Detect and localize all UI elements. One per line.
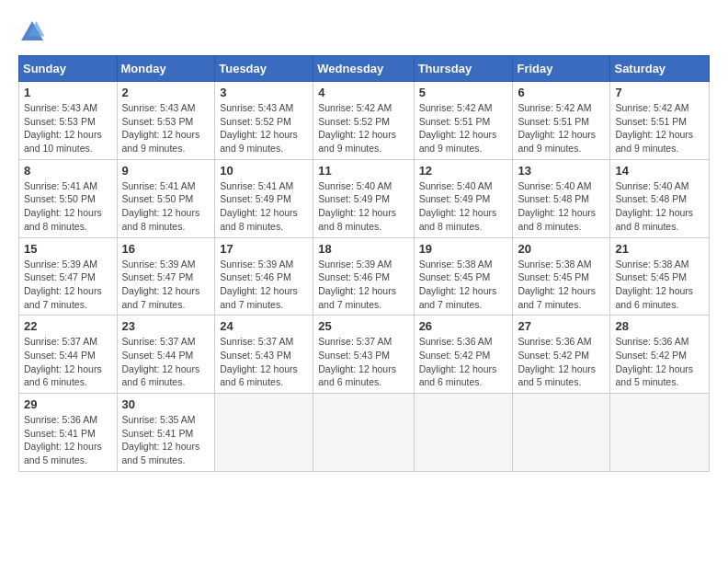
day-cell: 19 Sunrise: 5:38 AM Sunset: 5:45 PM Dayl… [414, 237, 513, 316]
day-info: Sunrise: 5:42 AM Sunset: 5:51 PM Dayligh… [615, 101, 704, 155]
day-cell: 18 Sunrise: 5:39 AM Sunset: 5:46 PM Dayl… [313, 237, 414, 316]
day-number: 8 [24, 164, 112, 178]
week-row-1: 1 Sunrise: 5:43 AM Sunset: 5:53 PM Dayli… [19, 82, 710, 160]
day-cell [610, 394, 710, 472]
day-number: 26 [419, 319, 508, 333]
day-cell: 4 Sunrise: 5:42 AM Sunset: 5:52 PM Dayli… [313, 82, 414, 160]
day-cell: 6 Sunrise: 5:42 AM Sunset: 5:51 PM Dayli… [513, 82, 610, 160]
day-header-sunday: Sunday [19, 56, 118, 82]
week-row-2: 8 Sunrise: 5:41 AM Sunset: 5:50 PM Dayli… [19, 159, 710, 237]
day-cell: 28 Sunrise: 5:36 AM Sunset: 5:42 PM Dayl… [610, 316, 710, 394]
day-cell: 3 Sunrise: 5:43 AM Sunset: 5:52 PM Dayli… [215, 82, 313, 160]
day-info: Sunrise: 5:42 AM Sunset: 5:51 PM Dayligh… [419, 101, 508, 155]
day-info: Sunrise: 5:41 AM Sunset: 5:49 PM Dayligh… [220, 179, 308, 234]
day-info: Sunrise: 5:39 AM Sunset: 5:47 PM Dayligh… [24, 258, 112, 312]
day-number: 22 [24, 319, 112, 333]
day-number: 27 [518, 319, 605, 333]
day-header-thursday: Thursday [414, 56, 513, 82]
day-cell [313, 394, 414, 472]
day-info: Sunrise: 5:43 AM Sunset: 5:53 PM Dayligh… [122, 101, 210, 155]
day-cell: 11 Sunrise: 5:40 AM Sunset: 5:49 PM Dayl… [313, 159, 414, 237]
day-info: Sunrise: 5:41 AM Sunset: 5:50 PM Dayligh… [122, 179, 210, 234]
day-info: Sunrise: 5:40 AM Sunset: 5:48 PM Dayligh… [615, 179, 704, 234]
day-cell: 26 Sunrise: 5:36 AM Sunset: 5:42 PM Dayl… [414, 316, 513, 394]
day-cell: 20 Sunrise: 5:38 AM Sunset: 5:45 PM Dayl… [513, 237, 610, 316]
day-header-saturday: Saturday [610, 56, 710, 82]
day-cell: 21 Sunrise: 5:38 AM Sunset: 5:45 PM Dayl… [610, 237, 710, 316]
day-info: Sunrise: 5:36 AM Sunset: 5:42 PM Dayligh… [419, 335, 508, 389]
day-header-tuesday: Tuesday [215, 56, 313, 82]
day-number: 29 [24, 397, 112, 411]
day-cell: 10 Sunrise: 5:41 AM Sunset: 5:49 PM Dayl… [215, 159, 313, 237]
day-info: Sunrise: 5:40 AM Sunset: 5:49 PM Dayligh… [419, 179, 508, 234]
day-info: Sunrise: 5:37 AM Sunset: 5:44 PM Dayligh… [24, 335, 112, 389]
calendar-body: 1 Sunrise: 5:43 AM Sunset: 5:53 PM Dayli… [19, 82, 710, 472]
day-info: Sunrise: 5:37 AM Sunset: 5:43 PM Dayligh… [220, 335, 308, 389]
days-of-week-row: SundayMondayTuesdayWednesdayThursdayFrid… [19, 56, 710, 82]
day-info: Sunrise: 5:38 AM Sunset: 5:45 PM Dayligh… [518, 258, 605, 312]
day-info: Sunrise: 5:35 AM Sunset: 5:41 PM Dayligh… [122, 413, 210, 467]
day-number: 4 [318, 86, 408, 99]
day-number: 25 [318, 319, 408, 333]
day-number: 16 [122, 242, 210, 256]
day-header-friday: Friday [513, 56, 610, 82]
logo-icon [18, 18, 46, 46]
day-number: 11 [318, 164, 408, 178]
day-cell: 16 Sunrise: 5:39 AM Sunset: 5:47 PM Dayl… [117, 237, 215, 316]
day-number: 19 [419, 242, 508, 256]
day-cell: 27 Sunrise: 5:36 AM Sunset: 5:42 PM Dayl… [513, 316, 610, 394]
day-info: Sunrise: 5:36 AM Sunset: 5:42 PM Dayligh… [518, 335, 605, 389]
day-cell: 29 Sunrise: 5:36 AM Sunset: 5:41 PM Dayl… [19, 394, 118, 472]
day-number: 1 [24, 86, 112, 99]
day-cell: 12 Sunrise: 5:40 AM Sunset: 5:49 PM Dayl… [414, 159, 513, 237]
day-cell: 25 Sunrise: 5:37 AM Sunset: 5:43 PM Dayl… [313, 316, 414, 394]
day-header-wednesday: Wednesday [313, 56, 414, 82]
day-cell [215, 394, 313, 472]
day-cell [414, 394, 513, 472]
day-info: Sunrise: 5:39 AM Sunset: 5:46 PM Dayligh… [220, 258, 308, 312]
day-info: Sunrise: 5:38 AM Sunset: 5:45 PM Dayligh… [419, 258, 508, 312]
day-number: 17 [220, 242, 308, 256]
day-cell [513, 394, 610, 472]
day-number: 13 [518, 164, 605, 178]
day-cell: 24 Sunrise: 5:37 AM Sunset: 5:43 PM Dayl… [215, 316, 313, 394]
day-info: Sunrise: 5:38 AM Sunset: 5:45 PM Dayligh… [615, 258, 704, 312]
day-info: Sunrise: 5:41 AM Sunset: 5:50 PM Dayligh… [24, 179, 112, 234]
day-cell: 5 Sunrise: 5:42 AM Sunset: 5:51 PM Dayli… [414, 82, 513, 160]
day-number: 21 [615, 242, 704, 256]
day-info: Sunrise: 5:39 AM Sunset: 5:47 PM Dayligh… [122, 258, 210, 312]
day-number: 9 [122, 164, 210, 178]
day-number: 14 [615, 164, 704, 178]
day-number: 23 [122, 319, 210, 333]
day-info: Sunrise: 5:42 AM Sunset: 5:52 PM Dayligh… [318, 101, 408, 155]
day-info: Sunrise: 5:40 AM Sunset: 5:48 PM Dayligh… [518, 179, 605, 234]
day-cell: 13 Sunrise: 5:40 AM Sunset: 5:48 PM Dayl… [513, 159, 610, 237]
day-info: Sunrise: 5:40 AM Sunset: 5:49 PM Dayligh… [318, 179, 408, 234]
day-cell: 8 Sunrise: 5:41 AM Sunset: 5:50 PM Dayli… [19, 159, 118, 237]
day-number: 20 [518, 242, 605, 256]
day-cell: 7 Sunrise: 5:42 AM Sunset: 5:51 PM Dayli… [610, 82, 710, 160]
week-row-5: 29 Sunrise: 5:36 AM Sunset: 5:41 PM Dayl… [19, 394, 710, 472]
day-info: Sunrise: 5:37 AM Sunset: 5:44 PM Dayligh… [122, 335, 210, 389]
day-cell: 14 Sunrise: 5:40 AM Sunset: 5:48 PM Dayl… [610, 159, 710, 237]
day-number: 7 [615, 86, 704, 99]
day-number: 30 [122, 397, 210, 411]
day-cell: 23 Sunrise: 5:37 AM Sunset: 5:44 PM Dayl… [117, 316, 215, 394]
day-cell: 22 Sunrise: 5:37 AM Sunset: 5:44 PM Dayl… [19, 316, 118, 394]
day-number: 3 [220, 86, 308, 99]
day-number: 15 [24, 242, 112, 256]
logo [18, 18, 50, 46]
day-cell: 30 Sunrise: 5:35 AM Sunset: 5:41 PM Dayl… [117, 394, 215, 472]
day-number: 6 [518, 86, 605, 99]
day-number: 2 [122, 86, 210, 99]
calendar-table: SundayMondayTuesdayWednesdayThursdayFrid… [18, 55, 710, 472]
day-cell: 1 Sunrise: 5:43 AM Sunset: 5:53 PM Dayli… [19, 82, 118, 160]
day-info: Sunrise: 5:36 AM Sunset: 5:41 PM Dayligh… [24, 413, 112, 467]
week-row-3: 15 Sunrise: 5:39 AM Sunset: 5:47 PM Dayl… [19, 237, 710, 316]
day-number: 24 [220, 319, 308, 333]
week-row-4: 22 Sunrise: 5:37 AM Sunset: 5:44 PM Dayl… [19, 316, 710, 394]
day-cell: 15 Sunrise: 5:39 AM Sunset: 5:47 PM Dayl… [19, 237, 118, 316]
day-info: Sunrise: 5:39 AM Sunset: 5:46 PM Dayligh… [318, 258, 408, 312]
day-number: 10 [220, 164, 308, 178]
page-header [18, 18, 710, 46]
